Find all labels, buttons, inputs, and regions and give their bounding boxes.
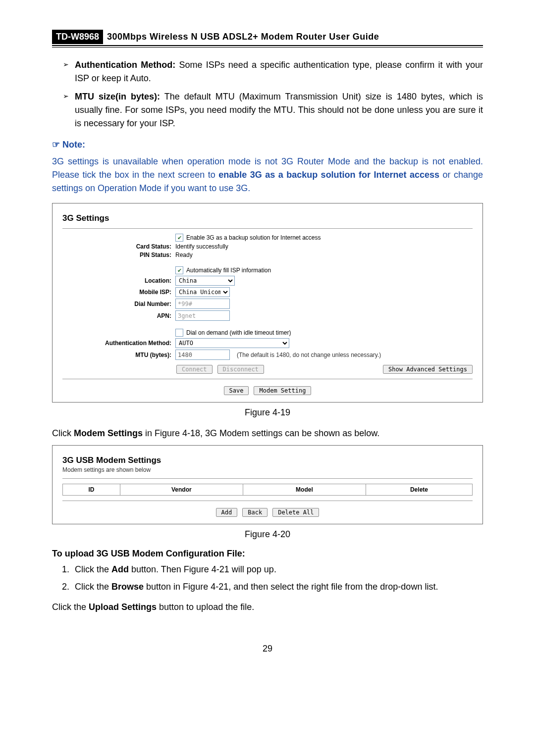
label-auto-fill: Automatically fill ISP information — [186, 267, 271, 274]
row-dial-number: Dial Number: — [62, 299, 473, 309]
input-mtu[interactable] — [175, 350, 230, 360]
text-bold: Add — [111, 564, 129, 574]
separator — [62, 379, 473, 379]
text: Click the — [75, 582, 111, 592]
text: button. Then Figure 4-21 will pop up. — [129, 564, 276, 574]
row-auto-fill: ✔ Automatically fill ISP information — [62, 266, 473, 274]
separator — [62, 228, 473, 229]
label-pin-status: PIN Status: — [62, 252, 175, 258]
upload-tail: Click the Upload Settings button to uplo… — [52, 601, 483, 614]
text: button to upload the file. — [157, 602, 254, 612]
note-body-bold: enable 3G as a backup solution for Inter… — [218, 170, 439, 180]
panel-usb-title: 3G USB Modem Settings — [62, 455, 473, 465]
text: Click — [52, 428, 74, 438]
header-rule-top: TD-W8968 300Mbps Wireless N USB ADSL2+ M… — [52, 30, 483, 46]
save-button-row: Save Modem Setting — [62, 386, 473, 395]
label-mtu: MTU (bytes): — [62, 352, 175, 358]
save-button[interactable]: Save — [224, 386, 249, 395]
connect-button-row: Connect Disconnect Show Advanced Setting… — [176, 365, 473, 374]
pointer-icon: ☞ — [52, 140, 62, 150]
row-apn: APN: — [62, 310, 473, 321]
text: Click the — [75, 564, 111, 574]
text-bold: Browse — [111, 582, 144, 592]
header-title: 300Mbps Wireless N USB ADSL2+ Modem Rout… — [103, 30, 383, 44]
value-pin-status: Ready — [175, 252, 473, 258]
row-location: Location: China — [62, 276, 473, 286]
col-model: Model — [243, 484, 366, 496]
note-body: 3G settings is unavailable when operatio… — [52, 155, 483, 195]
select-mobile-isp[interactable]: China Unicom — [175, 287, 230, 297]
panel-3g-settings: 3G Settings ✔ Enable 3G as a backup solu… — [52, 203, 483, 403]
table-header-row: ID Vendor Model Delete — [63, 484, 473, 496]
connect-button[interactable]: Connect — [176, 365, 213, 374]
add-button[interactable]: Add — [216, 508, 238, 517]
text-bold: Modem Settings — [74, 428, 143, 438]
row-mobile-isp: Mobile ISP: China Unicom — [62, 287, 473, 297]
mtu-hint: (The default is 1480, do not change unle… — [237, 352, 381, 358]
label-card-status: Card Status: — [62, 243, 175, 250]
header-row: TD-W8968 300Mbps Wireless N USB ADSL2+ M… — [52, 30, 483, 44]
bullet-term: MTU size(in bytes): — [75, 92, 160, 101]
bullet-term: Authentication Method: — [75, 60, 175, 70]
col-vendor: Vendor — [120, 484, 243, 496]
step-2: Click the Browse button in Figure 4-21, … — [72, 580, 483, 594]
label-apn: APN: — [62, 312, 175, 319]
row-enable-backup: ✔ Enable 3G as a backup solution for Int… — [62, 234, 473, 242]
value-card-status: Identify successfully — [175, 243, 473, 250]
label-mobile-isp: Mobile ISP: — [62, 289, 175, 296]
row-pin-status: PIN Status: Ready — [62, 252, 473, 258]
row-auth-method: Authentication Method: AUTO — [62, 338, 473, 348]
text: in Figure 4-18, 3G Modem settings can be… — [143, 428, 379, 438]
click-modem-paragraph: Click Modem Settings in Figure 4-18, 3G … — [52, 427, 483, 440]
modem-button-row: Add Back Delete All — [62, 508, 473, 517]
header-rule-bottom — [52, 47, 483, 48]
note-label: Note: — [62, 140, 85, 150]
text-bold: Upload Settings — [89, 602, 157, 612]
figure-4-20-caption: Figure 4-20 — [52, 529, 483, 540]
modem-table: ID Vendor Model Delete — [62, 484, 473, 496]
row-card-status: Card Status: Identify successfully — [62, 243, 473, 250]
panel-usb-modem: 3G USB Modem Settings Modem settings are… — [52, 445, 483, 524]
label-enable-backup: Enable 3G as a backup solution for Inter… — [186, 234, 321, 241]
col-id: ID — [63, 484, 120, 496]
document-page: TD-W8968 300Mbps Wireless N USB ADSL2+ M… — [0, 0, 535, 674]
select-auth-method[interactable]: AUTO — [175, 338, 289, 348]
text: Click the — [52, 602, 89, 612]
bullet-list: Authentication Method: Some ISPs need a … — [52, 58, 483, 130]
separator — [62, 501, 473, 501]
checkbox-dial-on-demand[interactable] — [175, 329, 183, 337]
label-auth-method: Authentication Method: — [62, 340, 175, 347]
page-number: 29 — [52, 644, 483, 654]
back-button[interactable]: Back — [242, 508, 268, 517]
upload-steps: Click the Add button. Then Figure 4-21 w… — [52, 563, 483, 594]
label-location: Location: — [62, 277, 175, 284]
select-location[interactable]: China — [175, 276, 235, 286]
row-dial-on-demand: Dial on demand (with idle timeout timer) — [62, 329, 473, 337]
input-apn[interactable] — [175, 310, 230, 321]
panel-usb-subtitle: Modem settings are shown below — [62, 466, 473, 473]
delete-all-button[interactable]: Delete All — [272, 508, 319, 517]
label-dial-number: Dial Number: — [62, 301, 175, 307]
checkbox-auto-fill[interactable]: ✔ — [175, 266, 183, 274]
bullet-mtu: MTU size(in bytes): The default MTU (Max… — [66, 90, 483, 130]
separator — [62, 478, 473, 479]
show-advanced-button[interactable]: Show Advanced Settings — [383, 365, 473, 374]
header-model: TD-W8968 — [52, 30, 103, 44]
modem-setting-button[interactable]: Modem Setting — [254, 386, 311, 395]
bullet-auth-method: Authentication Method: Some ISPs need a … — [66, 58, 483, 85]
checkbox-enable-backup[interactable]: ✔ — [175, 234, 183, 242]
row-mtu: MTU (bytes): (The default is 1480, do no… — [62, 350, 473, 360]
figure-4-19-caption: Figure 4-19 — [52, 407, 483, 418]
input-dial-number[interactable] — [175, 299, 230, 309]
text: button in Figure 4-21, and then select t… — [144, 582, 438, 592]
disconnect-button[interactable]: Disconnect — [217, 365, 264, 374]
note-heading: ☞ Note: — [52, 139, 483, 150]
upload-heading: To upload 3G USB Modem Configuration Fil… — [52, 549, 483, 559]
col-delete: Delete — [366, 484, 472, 496]
panel-3g-title: 3G Settings — [62, 213, 473, 223]
step-1: Click the Add button. Then Figure 4-21 w… — [72, 563, 483, 576]
label-dial-on-demand: Dial on demand (with idle timeout timer) — [186, 329, 291, 336]
